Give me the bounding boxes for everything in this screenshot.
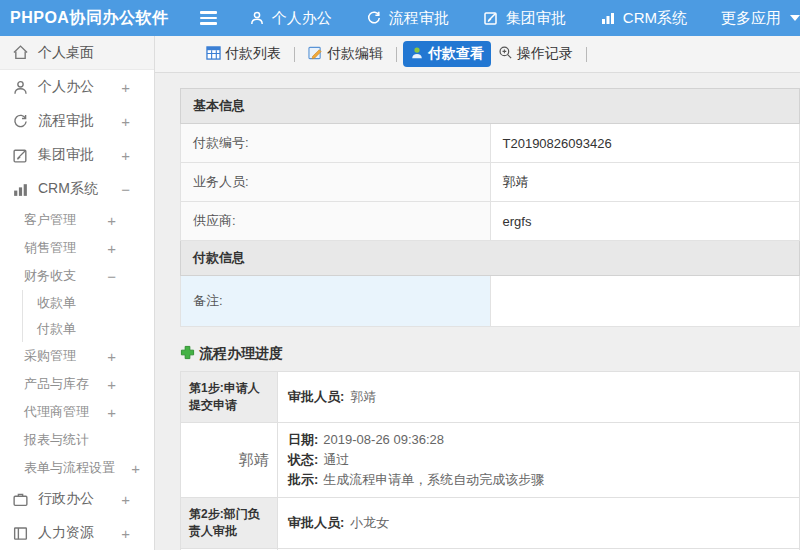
status-label: 状态: [288, 452, 318, 467]
sidebar-item-agent-mgmt[interactable]: 代理商管理 + [0, 398, 154, 426]
step-title: 第1步:申请人提交申请 [181, 372, 278, 423]
table-row: 付款编号: T20190826093426 [181, 124, 800, 163]
sidebar-item-group-approval[interactable]: 集团审批 + [0, 138, 154, 172]
sidebar-item-workflow-approval[interactable]: 流程审批 + [0, 104, 154, 138]
nav-more-apps[interactable]: 更多应用 [721, 9, 800, 28]
step-title: 第2步:部门负责人审批 [181, 498, 278, 549]
sidebar-item-human-resources[interactable]: 人力资源 + [0, 516, 154, 550]
comment-label: 批示: [288, 472, 318, 487]
sidebar-item-receipt-form[interactable]: 收款单 [0, 290, 154, 316]
field-value-business-person: 郭靖 [490, 163, 800, 202]
magnifier-plus-icon [498, 45, 513, 63]
hamburger-menu-icon[interactable] [196, 7, 221, 29]
step-approver-cell: 审批人员:小龙女 [278, 498, 800, 549]
approver-name: 小龙女 [350, 515, 389, 530]
step-detail-cell: 日期:2019-08-26 09:36:28 状态:通过 批示:生成流程申请单，… [278, 423, 800, 498]
sidebar-item-finance[interactable]: 财务收支 − [0, 262, 154, 290]
person-view-icon [410, 46, 424, 63]
briefcase-icon [12, 491, 29, 508]
home-icon [12, 44, 29, 61]
approver-label: 审批人员: [288, 515, 344, 530]
expand-toggle[interactable]: + [107, 404, 116, 421]
sidebar-item-desktop[interactable]: 个人桌面 [0, 36, 154, 70]
main-area: 付款列表 付款编辑 付款查看 操作记录 基本信息 [155, 36, 800, 550]
tab-bar: 付款列表 付款编辑 付款查看 操作记录 [155, 36, 800, 73]
sidebar-item-payment-form[interactable]: 付款单 [0, 316, 154, 342]
sidebar-item-form-workflow-settings[interactable]: 表单与流程设置 + [0, 454, 154, 482]
table-icon [206, 46, 221, 63]
tab-payment-list[interactable]: 付款列表 [199, 41, 288, 67]
date-value: 2019-08-26 09:36:28 [323, 432, 444, 447]
chart-icon [600, 10, 616, 26]
nav-personal-office[interactable]: 个人办公 [249, 9, 332, 28]
person-icon [249, 10, 265, 26]
step-header-row: 第1步:申请人提交申请 审批人员:郭靖 [181, 372, 800, 423]
expand-toggle[interactable]: + [107, 376, 116, 393]
table-row: 备注: [181, 276, 800, 327]
approver-label: 审批人员: [288, 389, 344, 404]
field-label-note: 备注: [181, 276, 491, 327]
chart-icon [12, 181, 29, 198]
step-actor-name: 郭靖 [181, 423, 278, 498]
expand-toggle[interactable]: + [107, 240, 116, 257]
process-progress-heading: 流程办理进度 [180, 345, 800, 363]
field-label-supplier: 供应商: [181, 202, 491, 241]
cycle-icon [12, 113, 29, 130]
expand-toggle[interactable]: + [121, 491, 130, 508]
tab-separator [586, 47, 587, 62]
nav-group-approval[interactable]: 集团审批 [483, 9, 566, 28]
edit-icon [12, 147, 29, 164]
table-row: 业务人员: 郭靖 [181, 163, 800, 202]
person-icon [12, 79, 29, 96]
sidebar-item-product-inventory[interactable]: 产品与库存 + [0, 370, 154, 398]
step-approver-cell: 审批人员:郭靖 [278, 372, 800, 423]
caret-down-icon [790, 15, 800, 21]
date-label: 日期: [288, 432, 318, 447]
tab-separator [396, 47, 397, 62]
sidebar-item-reports-stats[interactable]: 报表与统计 [0, 426, 154, 454]
expand-toggle[interactable]: + [131, 460, 140, 477]
expand-toggle[interactable]: + [121, 147, 130, 164]
field-value-supplier: ergfs [490, 202, 800, 241]
field-label-payment-no: 付款编号: [181, 124, 491, 163]
collapse-toggle[interactable]: − [121, 181, 130, 198]
expand-toggle[interactable]: + [107, 212, 116, 229]
tab-operation-log[interactable]: 操作记录 [491, 41, 580, 67]
content-panel: 基本信息 付款编号: T20190826093426 业务人员: 郭靖 供应商:… [155, 73, 800, 550]
nav-workflow-approval[interactable]: 流程审批 [366, 9, 449, 28]
sidebar-item-crm-system[interactable]: CRM系统 − [0, 172, 154, 206]
sidebar-item-admin-office[interactable]: 行政办公 + [0, 482, 154, 516]
collapse-toggle[interactable]: − [107, 268, 116, 285]
top-navigation: 个人办公 流程审批 集团审批 CRM系统 更多应用 [249, 9, 800, 28]
sidebar: 个人桌面 个人办公 + 流程审批 + 集团审批 + CRM系统 − 客户管理 +… [0, 36, 155, 550]
expand-toggle[interactable]: + [121, 113, 130, 130]
book-icon [12, 525, 29, 542]
edit-icon [483, 10, 499, 26]
sidebar-item-personal-office[interactable]: 个人办公 + [0, 70, 154, 104]
field-value-note [490, 276, 800, 327]
tab-separator [294, 47, 295, 62]
expand-toggle[interactable]: + [121, 525, 130, 542]
table-row: 供应商: ergfs [181, 202, 800, 241]
cycle-icon [366, 10, 382, 26]
tab-payment-edit[interactable]: 付款编辑 [301, 41, 390, 67]
nav-crm-system[interactable]: CRM系统 [600, 9, 687, 28]
payment-detail-table: 基本信息 付款编号: T20190826093426 业务人员: 郭靖 供应商:… [180, 88, 800, 327]
section-header-payment-info: 付款信息 [181, 241, 800, 276]
comment-value: 生成流程申请单，系统自动完成该步骤 [323, 472, 544, 487]
step-detail-row: 郭靖 日期:2019-08-26 09:36:28 状态:通过 批示:生成流程申… [181, 423, 800, 498]
topbar: PHPOA协同办公软件 个人办公 流程审批 集团审批 CRM系统 更多应用 [0, 0, 800, 36]
tab-payment-view[interactable]: 付款查看 [403, 41, 491, 67]
green-plus-icon [180, 345, 195, 363]
app-logo: PHPOA协同办公软件 [0, 8, 180, 29]
field-value-payment-no: T20190826093426 [490, 124, 800, 163]
sidebar-item-sales-mgmt[interactable]: 销售管理 + [0, 234, 154, 262]
expand-toggle[interactable]: + [121, 79, 130, 96]
section-header-basic-info: 基本信息 [181, 89, 800, 124]
sidebar-item-customer-mgmt[interactable]: 客户管理 + [0, 206, 154, 234]
status-value: 通过 [323, 452, 349, 467]
sidebar-item-purchase-mgmt[interactable]: 采购管理 + [0, 342, 154, 370]
approver-name: 郭靖 [350, 389, 376, 404]
expand-toggle[interactable]: + [107, 348, 116, 365]
page-edit-icon [308, 46, 323, 63]
